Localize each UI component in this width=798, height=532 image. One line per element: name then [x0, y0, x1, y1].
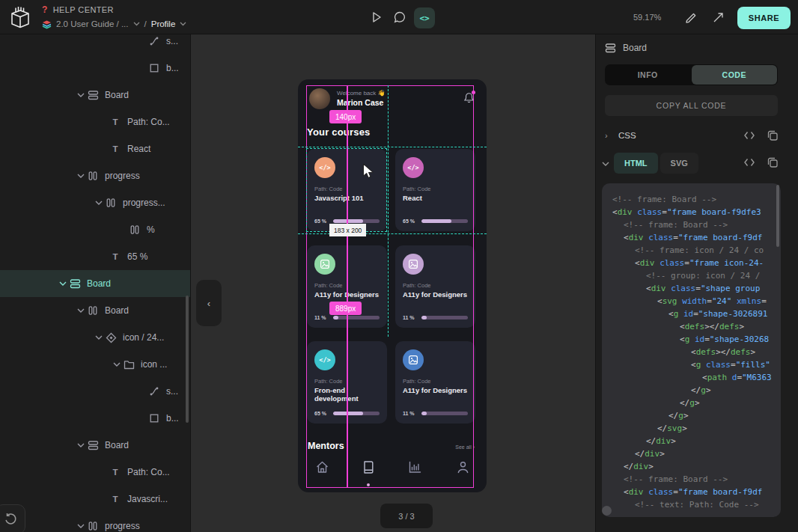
play-icon[interactable]: [371, 11, 383, 26]
layer-row-board[interactable]: Board: [0, 432, 190, 459]
chevron-down-icon[interactable]: [93, 335, 105, 340]
chevron-down-icon[interactable]: [602, 156, 614, 170]
course-card[interactable]: Path: CodeA11y for Designers11 %: [395, 341, 475, 424]
layer-label: icon ...: [141, 359, 167, 370]
layer-row-board[interactable]: Board: [0, 297, 190, 324]
page-pagination[interactable]: 3 / 3: [380, 504, 433, 528]
home-icon[interactable]: [315, 460, 329, 477]
chevron-down-icon[interactable]: [180, 22, 186, 26]
zoom-level[interactable]: 59.17%: [633, 13, 661, 22]
square-icon: [148, 62, 160, 74]
tab-code[interactable]: CODE: [692, 65, 778, 85]
edit-pencil-icon[interactable]: [685, 11, 698, 27]
breadcrumb-parent[interactable]: 2.0 User Guide / ...: [56, 19, 129, 28]
layer-row-b[interactable]: b...: [0, 55, 190, 82]
project-title: ? HELP CENTER: [42, 3, 186, 16]
tab-html[interactable]: HTML: [614, 153, 658, 174]
layer-row-progress[interactable]: progress...: [0, 189, 190, 216]
image-icon: [403, 349, 424, 370]
design-canvas[interactable]: ‹ Welcome back 👋 Marion Case Your course…: [191, 34, 595, 532]
collapse-sidebar-handle[interactable]: ‹: [196, 280, 222, 326]
layer-row-path-co[interactable]: TPath: Co...: [0, 459, 190, 486]
chevron-right-icon[interactable]: ›: [605, 131, 618, 140]
layer-row-board[interactable]: Board: [0, 270, 190, 297]
scale-arrow-icon[interactable]: [712, 11, 725, 27]
code-scrollbar-vertical[interactable]: [776, 185, 779, 247]
layer-row-b[interactable]: b...: [0, 405, 190, 432]
chevron-down-icon[interactable]: [75, 308, 87, 314]
notification-dot: [472, 91, 475, 94]
layer-label: React: [127, 144, 150, 154]
layer-row-javascri[interactable]: TJavascri...: [0, 486, 190, 513]
chevron-down-icon[interactable]: [57, 281, 69, 287]
layer-row-icon-24[interactable]: icon / 24...: [0, 324, 190, 351]
user-name: Marion Case: [337, 98, 383, 107]
see-all-link[interactable]: See all ›: [455, 444, 475, 450]
card-title: React: [403, 194, 472, 202]
stats-chart-icon[interactable]: [408, 460, 422, 477]
layer-label: %: [147, 224, 155, 235]
chevron-down-icon[interactable]: [133, 22, 140, 26]
copy-all-code-button[interactable]: COPY ALL CODE: [605, 95, 778, 116]
dev-mode-toggle[interactable]: <>: [414, 7, 435, 28]
component-icon: [105, 197, 117, 209]
code-line: <!-- frame: icon / 24 / co: [612, 244, 781, 257]
pages-stack-icon: [42, 19, 52, 29]
layer-row-progress[interactable]: progress: [0, 513, 190, 532]
css-code-icon[interactable]: [743, 129, 755, 141]
layers-tree: s...b...BoardTPath: Co...TReactprogressp…: [0, 34, 190, 532]
tab-info[interactable]: INFO: [605, 64, 691, 85]
layer-row-65[interactable]: T65 %: [0, 243, 190, 270]
text-icon: T: [109, 251, 121, 263]
card-path-label: Path: Code: [403, 282, 431, 289]
chevron-down-icon[interactable]: [75, 443, 87, 448]
code-line: <div class="frame board-f9dfe3: [612, 206, 781, 218]
chevron-down-icon[interactable]: [75, 524, 87, 529]
chevron-down-icon[interactable]: [75, 174, 87, 179]
courses-heading: Your courses: [307, 126, 371, 138]
layer-row-s[interactable]: s...: [0, 34, 190, 55]
code-block[interactable]: <!-- frame: Board --><div class="frame b…: [602, 183, 781, 517]
breadcrumb-current[interactable]: Profile: [151, 19, 176, 28]
history-undo-button[interactable]: [0, 504, 25, 532]
sidebar-scrollbar[interactable]: [186, 296, 189, 423]
card-progress: 65 %: [403, 218, 468, 224]
chevron-down-icon[interactable]: [75, 93, 87, 98]
text-icon: T: [109, 493, 121, 505]
text-icon: T: [109, 143, 121, 155]
progress-percent: 11 %: [314, 315, 329, 320]
board-icon: [605, 43, 616, 53]
layer-label: icon / 24...: [123, 332, 164, 343]
code-line: <g id="shape-30268: [612, 333, 781, 346]
layer-row-path-co[interactable]: TPath: Co...: [0, 108, 190, 135]
layer-row-[interactable]: %: [0, 216, 190, 243]
layer-row-icon[interactable]: icon ...: [0, 351, 190, 378]
comment-icon[interactable]: [394, 11, 406, 26]
code-line: <defs></defs>: [612, 346, 781, 358]
phone-frame-board[interactable]: Welcome back 👋 Marion Case Your courses …: [298, 79, 487, 492]
card-path-label: Path: Code: [314, 378, 343, 385]
course-card[interactable]: </>Path: CodeReact65 %: [395, 149, 475, 231]
share-button[interactable]: SHARE: [737, 7, 791, 29]
tab-svg[interactable]: SVG: [660, 153, 698, 174]
progress-bar: [421, 316, 468, 319]
code-scrollbar-horizontal[interactable]: [602, 506, 612, 516]
measure-badge-140: 140px: [329, 110, 362, 123]
courses-book-icon[interactable]: [362, 460, 376, 477]
layer-row-s[interactable]: s...: [0, 378, 190, 405]
css-copy-icon[interactable]: [767, 129, 779, 141]
chevron-down-icon[interactable]: [111, 362, 123, 367]
chevron-down-icon[interactable]: [93, 201, 105, 206]
layer-label: Javascri...: [127, 494, 168, 504]
selection-guide-vertical: [347, 85, 348, 488]
profile-person-icon[interactable]: [456, 460, 470, 477]
layer-row-board[interactable]: Board: [0, 82, 190, 108]
layer-label: s...: [166, 386, 178, 397]
app-logo-icon[interactable]: [8, 4, 32, 33]
course-card[interactable]: Path: CodeA11y for Designers11 %: [395, 245, 475, 328]
layer-row-progress[interactable]: progress: [0, 162, 190, 189]
code-line: <div class="frame icon-24-: [612, 257, 781, 269]
html-code-icon[interactable]: [743, 156, 755, 168]
html-copy-icon[interactable]: [767, 156, 779, 168]
layer-row-react[interactable]: TReact: [0, 135, 190, 162]
